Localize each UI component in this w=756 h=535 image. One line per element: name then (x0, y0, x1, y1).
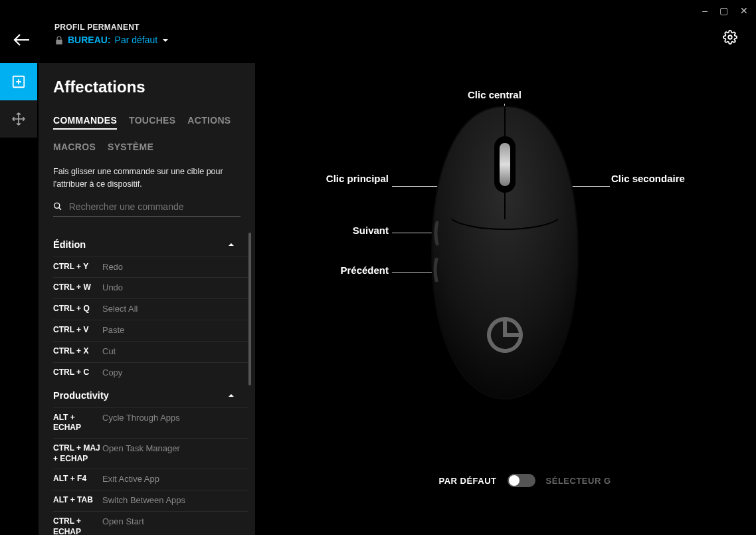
profile-label: PROFIL PERMANENT (54, 21, 169, 33)
label-back: Précédent (319, 265, 389, 276)
tab-touches[interactable]: TOUCHES (129, 115, 175, 130)
svg-rect-4 (500, 143, 510, 186)
command-row[interactable]: CTRL + WUndo (53, 277, 248, 298)
profile-selector[interactable]: BUREAU: Par défaut (54, 33, 169, 47)
command-name: Cycle Through Apps (102, 413, 180, 424)
lock-icon (54, 36, 64, 45)
section-header-edition[interactable]: Édition (53, 233, 248, 257)
section-header-productivity[interactable]: Productivity (53, 383, 248, 407)
command-row[interactable]: CTRL + MAJ + ECHAPOpen Task Manager (53, 438, 248, 469)
command-name: Redo (102, 262, 123, 273)
command-row[interactable]: CTRL + QSelect All (53, 298, 248, 320)
command-key: CTRL + X (53, 346, 102, 357)
command-key: CTRL + Y (53, 262, 102, 272)
settings-button[interactable] (723, 30, 737, 47)
command-key: ALT + ECHAP (53, 413, 102, 433)
category-tabs: COMMANDES TOUCHES ACTIONS MACROS SYSTÈME (53, 115, 255, 152)
tab-actions[interactable]: ACTIONS (187, 115, 231, 130)
plus-icon (11, 74, 26, 89)
command-list: Édition CTRL + YRedo CTRL + WUndo CTRL +… (53, 233, 255, 536)
command-row[interactable]: ALT + TABSwitch Between Apps (53, 490, 248, 511)
close-button[interactable]: ✕ (740, 5, 748, 15)
command-row[interactable]: CTRL + VPaste (53, 320, 248, 341)
command-name: Open Task Manager (102, 443, 180, 455)
back-button[interactable] (13, 33, 31, 49)
command-key: CTRL + MAJ + ECHAP (53, 443, 102, 464)
profile-header: PROFIL PERMANENT BUREAU: Par défaut (54, 21, 169, 47)
svg-point-0 (728, 35, 732, 39)
profile-sub: Par défaut (115, 33, 158, 47)
minimize-button[interactable]: – (702, 5, 708, 15)
command-row[interactable]: CTRL + YRedo (53, 257, 248, 278)
command-row[interactable]: ALT + F4Exit Active App (53, 469, 248, 490)
mouse-illustration (425, 100, 585, 405)
move-icon (11, 112, 26, 126)
command-key: CTRL + V (53, 325, 102, 336)
tab-macros[interactable]: MACROS (53, 142, 96, 152)
mode-toggle[interactable] (508, 474, 535, 487)
nav-sensitivity[interactable] (0, 100, 37, 138)
command-key: CTRL + C (53, 368, 102, 378)
nav-column (0, 63, 37, 138)
command-row[interactable]: CTRL + CCopy (53, 362, 248, 383)
command-name: Copy (102, 368, 122, 379)
nav-assignments[interactable] (0, 63, 37, 100)
label-secondary-click: Clic secondaire (611, 173, 685, 184)
toggle-knob (509, 475, 520, 486)
command-key: CTRL + W (53, 282, 102, 293)
command-row[interactable]: CTRL + XCut (53, 341, 248, 362)
command-key: CTRL + Q (53, 304, 102, 314)
command-name: Paste (102, 325, 124, 336)
assignments-panel: Affectations COMMANDES TOUCHES ACTIONS M… (39, 63, 255, 535)
maximize-button[interactable]: ▢ (719, 5, 728, 15)
gear-icon (723, 30, 737, 45)
section-title: Édition (53, 239, 86, 250)
label-center-click: Clic central (468, 89, 521, 100)
command-row[interactable]: CTRL + ECHAPOpen Start (53, 511, 248, 535)
command-key: CTRL + ECHAP (53, 516, 102, 535)
mode-toggle-row: PAR DÉFAUT SÉLECTEUR G (385, 474, 664, 487)
chevron-up-icon (227, 241, 235, 249)
arrow-left-icon (13, 33, 31, 47)
command-key: ALT + TAB (53, 495, 102, 506)
tab-systeme[interactable]: SYSTÈME (108, 142, 153, 152)
search-input[interactable] (69, 201, 240, 212)
tab-commandes[interactable]: COMMANDES (53, 115, 117, 130)
device-view: Clic central Clic principal Clic seconda… (279, 80, 731, 452)
command-name: Select All (102, 304, 138, 315)
command-name: Switch Between Apps (102, 495, 185, 506)
panel-title: Affectations (53, 78, 255, 96)
command-name: Undo (102, 282, 123, 294)
search-row (53, 201, 240, 217)
search-icon (53, 201, 62, 211)
instruction-text: Fais glisser une commande sur une cible … (53, 165, 255, 191)
section-title: Productivity (53, 390, 109, 401)
chevron-up-icon (227, 391, 235, 399)
chevron-down-icon (161, 37, 169, 45)
toggle-label-gselector: SÉLECTEUR G (546, 476, 611, 486)
command-row[interactable]: ALT + ECHAPCycle Through Apps (53, 407, 248, 438)
toggle-label-default: PAR DÉFAUT (438, 476, 496, 486)
command-key: ALT + F4 (53, 474, 102, 484)
command-name: Open Start (102, 516, 144, 528)
label-primary-click: Clic principal (319, 173, 389, 184)
profile-name: BUREAU: (68, 33, 111, 47)
window-controls: – ▢ ✕ (694, 0, 756, 20)
scrollbar[interactable] (248, 233, 251, 385)
command-name: Cut (102, 346, 116, 358)
svg-point-2 (54, 203, 60, 208)
command-name: Exit Active App (102, 474, 159, 485)
label-forward: Suivant (319, 225, 389, 236)
